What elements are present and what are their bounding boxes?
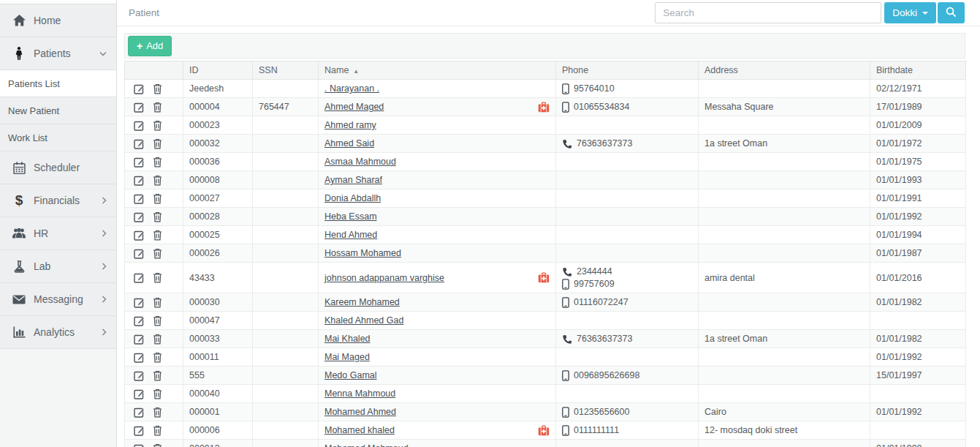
column-header-name[interactable]: Name▲	[319, 61, 556, 80]
delete-row-button[interactable]	[153, 334, 162, 345]
sidebar-item-financials[interactable]: $ Financials	[0, 184, 116, 217]
patient-name-link[interactable]: Hossam Mohamed	[324, 248, 401, 258]
medkit-icon	[538, 272, 550, 283]
name-cell: Ahmed ramy	[319, 116, 556, 135]
edit-row-button[interactable]	[134, 157, 145, 168]
delete-row-button[interactable]	[153, 175, 162, 186]
edit-row-button[interactable]	[134, 425, 145, 436]
delete-row-button[interactable]	[153, 370, 162, 381]
patient-name-link[interactable]: Ahmed Maged	[324, 102, 384, 112]
edit-row-button[interactable]	[134, 138, 145, 149]
patient-name-link[interactable]: Medo Gamal	[324, 370, 377, 380]
edit-row-button[interactable]	[134, 388, 145, 399]
column-header-address[interactable]: Address	[699, 61, 870, 80]
name-cell: Donia Abdallh	[319, 189, 556, 208]
phone-entry: 95764010	[562, 83, 692, 95]
patient-name-link[interactable]: Mohamed Mahmoud	[324, 443, 409, 447]
name-cell: Asmaa Mahmoud	[319, 153, 556, 171]
edit-row-button[interactable]	[134, 102, 145, 113]
calendar-icon	[9, 162, 29, 174]
delete-row-button[interactable]	[153, 352, 162, 363]
patient-name-link[interactable]: Mohamed Ahmed	[324, 407, 396, 417]
edit-icon	[134, 211, 145, 222]
patient-name-link[interactable]: Mohamed khaled	[324, 425, 395, 435]
ssn-cell	[253, 80, 319, 98]
sidebar-item-hr[interactable]: HR	[0, 217, 116, 250]
patient-name-link[interactable]: Kareem Mohamed	[324, 297, 400, 307]
patient-name-link[interactable]: Mai Maged	[324, 352, 370, 362]
delete-row-button[interactable]	[153, 425, 162, 436]
column-header-phone[interactable]: Phone	[556, 61, 699, 80]
delete-row-button[interactable]	[153, 230, 162, 241]
edit-row-button[interactable]	[134, 352, 145, 363]
edit-row-button[interactable]	[134, 175, 145, 186]
patient-name-link[interactable]: Ahmed ramy	[324, 120, 376, 130]
patient-name-link[interactable]: Menna Mahmoud	[324, 388, 395, 399]
search-button[interactable]	[938, 2, 965, 23]
edit-row-button[interactable]	[134, 370, 145, 381]
sidebar-item-new-patient[interactable]: New Patient	[0, 97, 116, 124]
edit-icon	[134, 388, 145, 399]
edit-row-button[interactable]	[134, 230, 145, 241]
sidebar-item-home[interactable]: Home	[0, 4, 116, 37]
sidebar-item-work-list[interactable]: Work List	[0, 124, 116, 151]
column-header-birthdate[interactable]: Birthdate	[870, 61, 966, 80]
edit-row-button[interactable]	[134, 443, 145, 447]
delete-row-button[interactable]	[153, 211, 162, 222]
delete-row-button[interactable]	[153, 138, 162, 149]
edit-row-button[interactable]	[134, 315, 145, 326]
edit-row-button[interactable]	[134, 297, 145, 308]
delete-row-button[interactable]	[153, 388, 162, 399]
edit-row-button[interactable]	[134, 83, 145, 94]
sidebar-item-lab[interactable]: Lab	[0, 250, 116, 283]
delete-row-button[interactable]	[153, 297, 162, 308]
delete-row-button[interactable]	[153, 157, 162, 168]
name-cell: Mohamed Mahmoud	[319, 440, 556, 447]
delete-row-button[interactable]	[153, 272, 162, 283]
delete-row-button[interactable]	[153, 83, 162, 94]
patient-name-link[interactable]: Ahmed Said	[324, 138, 374, 149]
column-header-ssn[interactable]: SSN	[253, 61, 319, 80]
branch-dropdown-button[interactable]: Dokki	[884, 2, 936, 23]
patient-name-link[interactable]: Khaled Ahmed Gad	[324, 315, 403, 326]
sidebar-item-patients[interactable]: Patients	[0, 37, 116, 70]
patient-name-link[interactable]: Donia Abdallh	[324, 193, 381, 203]
delete-row-button[interactable]	[153, 407, 162, 418]
column-header-id[interactable]: ID	[183, 61, 253, 80]
patient-name-link[interactable]: Heba Essam	[324, 211, 377, 222]
birthdate-cell: 01/01/1987	[870, 244, 966, 263]
phone-cell: 01065534834	[556, 98, 699, 116]
search-input[interactable]	[655, 2, 881, 23]
name-cell: Ahmed Maged	[319, 98, 556, 116]
patient-name-link[interactable]: Mai Khaled	[324, 334, 371, 344]
patient-name-link[interactable]: Asmaa Mahmoud	[324, 157, 396, 167]
table-row: 000025Hend Ahmed01/01/1994	[125, 226, 966, 244]
delete-row-button[interactable]	[153, 248, 162, 259]
patient-name-link[interactable]: Hend Ahmed	[324, 230, 377, 240]
row-actions-cell	[125, 226, 183, 244]
edit-row-button[interactable]	[134, 334, 145, 345]
ssn-cell	[253, 153, 319, 171]
patient-name-link[interactable]: Ayman Sharaf	[324, 175, 382, 185]
edit-row-button[interactable]	[134, 120, 145, 131]
delete-row-button[interactable]	[153, 443, 162, 447]
ssn-cell	[253, 208, 319, 226]
sidebar-item-label: HR	[34, 228, 48, 239]
sidebar-item-scheduler[interactable]: Scheduler	[0, 151, 116, 184]
sidebar-item-patients-list[interactable]: Patients List	[0, 70, 116, 97]
delete-row-button[interactable]	[153, 193, 162, 204]
patient-name-link[interactable]: johnson adappanam varghise	[324, 273, 444, 283]
edit-row-button[interactable]	[134, 193, 145, 204]
delete-row-button[interactable]	[153, 315, 162, 326]
edit-row-button[interactable]	[134, 211, 145, 222]
sidebar-item-analytics[interactable]: Analytics	[0, 316, 116, 349]
edit-row-button[interactable]	[134, 407, 145, 418]
edit-row-button[interactable]	[134, 248, 145, 259]
edit-row-button[interactable]	[134, 272, 145, 283]
add-patient-button[interactable]: +Add	[128, 36, 172, 56]
delete-row-button[interactable]	[153, 102, 162, 113]
sidebar-item-messaging[interactable]: Messaging	[0, 283, 116, 316]
patient-name-link[interactable]: . Narayanan .	[324, 83, 379, 94]
delete-row-button[interactable]	[153, 120, 162, 131]
trash-icon	[153, 230, 162, 241]
